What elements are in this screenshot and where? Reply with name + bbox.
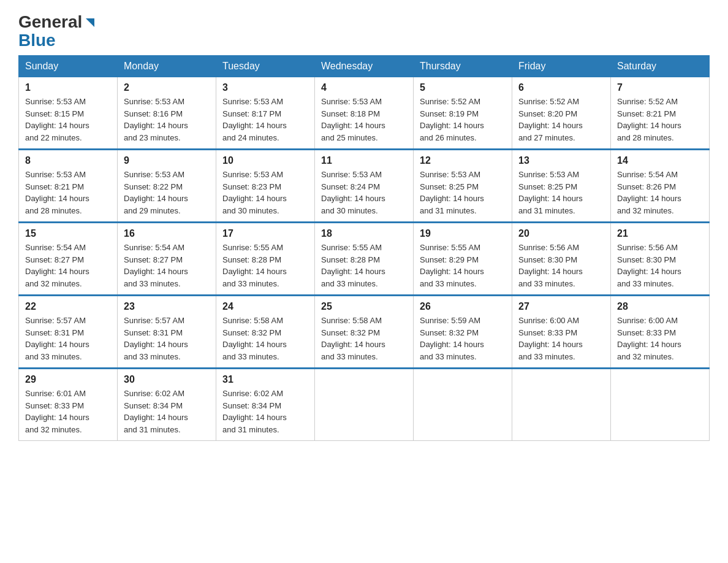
calendar-day-cell: 24Sunrise: 5:58 AMSunset: 8:32 PMDayligh… — [216, 296, 315, 369]
day-info: Sunrise: 5:54 AMSunset: 8:26 PMDaylight:… — [617, 169, 703, 216]
calendar-week-row: 29Sunrise: 6:01 AMSunset: 8:33 PMDayligh… — [19, 369, 710, 441]
day-info: Sunrise: 6:02 AMSunset: 8:34 PMDaylight:… — [124, 388, 210, 435]
calendar-day-cell: 12Sunrise: 5:53 AMSunset: 8:25 PMDayligh… — [414, 150, 512, 223]
day-info: Sunrise: 5:55 AMSunset: 8:28 PMDaylight:… — [222, 242, 308, 289]
day-number: 8 — [25, 155, 111, 166]
day-number: 11 — [321, 155, 407, 166]
day-info: Sunrise: 5:52 AMSunset: 8:19 PMDaylight:… — [420, 96, 506, 144]
calendar-day-cell: 27Sunrise: 6:00 AMSunset: 8:33 PMDayligh… — [512, 296, 611, 369]
weekday-header-thursday: Thursday — [414, 56, 512, 77]
day-info: Sunrise: 5:59 AMSunset: 8:32 PMDaylight:… — [420, 315, 506, 362]
calendar-day-cell: 28Sunrise: 6:00 AMSunset: 8:33 PMDayligh… — [611, 296, 710, 369]
day-info: Sunrise: 5:53 AMSunset: 8:16 PMDaylight:… — [124, 96, 210, 144]
day-number: 14 — [617, 155, 703, 166]
day-number: 3 — [222, 82, 308, 93]
day-info: Sunrise: 5:53 AMSunset: 8:23 PMDaylight:… — [222, 169, 308, 216]
calendar-day-cell: 15Sunrise: 5:54 AMSunset: 8:27 PMDayligh… — [19, 223, 118, 296]
calendar-day-cell: 23Sunrise: 5:57 AMSunset: 8:31 PMDayligh… — [118, 296, 216, 369]
day-number: 22 — [25, 301, 111, 312]
day-info: Sunrise: 5:52 AMSunset: 8:20 PMDaylight:… — [518, 96, 604, 144]
day-number: 26 — [420, 301, 506, 312]
day-info: Sunrise: 5:55 AMSunset: 8:28 PMDaylight:… — [321, 242, 407, 289]
weekday-header-friday: Friday — [512, 56, 611, 77]
day-number: 16 — [124, 228, 210, 239]
calendar-day-cell: 29Sunrise: 6:01 AMSunset: 8:33 PMDayligh… — [19, 369, 118, 441]
day-info: Sunrise: 6:00 AMSunset: 8:33 PMDaylight:… — [518, 315, 604, 362]
day-number: 13 — [518, 155, 604, 166]
day-info: Sunrise: 5:53 AMSunset: 8:25 PMDaylight:… — [420, 169, 506, 216]
weekday-header-monday: Monday — [118, 56, 216, 77]
day-info: Sunrise: 5:53 AMSunset: 8:21 PMDaylight:… — [25, 169, 111, 216]
svg-marker-0 — [86, 18, 94, 27]
calendar-day-cell: 19Sunrise: 5:55 AMSunset: 8:29 PMDayligh… — [414, 223, 512, 296]
day-number: 6 — [518, 82, 604, 93]
day-number: 28 — [617, 301, 703, 312]
day-number: 31 — [222, 374, 308, 385]
day-number: 15 — [25, 228, 111, 239]
day-number: 2 — [124, 82, 210, 93]
day-number: 5 — [420, 82, 506, 93]
calendar-week-row: 22Sunrise: 5:57 AMSunset: 8:31 PMDayligh… — [19, 296, 710, 369]
logo-blue-text: Blue — [18, 32, 97, 49]
day-number: 9 — [124, 155, 210, 166]
day-number: 10 — [222, 155, 308, 166]
calendar-day-cell: 10Sunrise: 5:53 AMSunset: 8:23 PMDayligh… — [216, 150, 315, 223]
calendar-day-cell: 9Sunrise: 5:53 AMSunset: 8:22 PMDaylight… — [118, 150, 216, 223]
page-header: General Blue — [18, 12, 710, 49]
calendar-day-cell: 25Sunrise: 5:58 AMSunset: 8:32 PMDayligh… — [315, 296, 414, 369]
day-number: 29 — [25, 374, 111, 385]
day-info: Sunrise: 6:00 AMSunset: 8:33 PMDaylight:… — [617, 315, 703, 362]
calendar-day-cell: 6Sunrise: 5:52 AMSunset: 8:20 PMDaylight… — [512, 77, 611, 150]
day-number: 23 — [124, 301, 210, 312]
day-info: Sunrise: 6:01 AMSunset: 8:33 PMDaylight:… — [25, 388, 111, 435]
day-number: 27 — [518, 301, 604, 312]
day-number: 4 — [321, 82, 407, 93]
day-info: Sunrise: 5:53 AMSunset: 8:22 PMDaylight:… — [124, 169, 210, 216]
day-number: 21 — [617, 228, 703, 239]
day-info: Sunrise: 5:53 AMSunset: 8:17 PMDaylight:… — [222, 96, 308, 144]
day-number: 24 — [222, 301, 308, 312]
weekday-header-wednesday: Wednesday — [315, 56, 414, 77]
calendar-day-cell: 3Sunrise: 5:53 AMSunset: 8:17 PMDaylight… — [216, 77, 315, 150]
weekday-header-sunday: Sunday — [19, 56, 118, 77]
calendar-day-cell: 22Sunrise: 5:57 AMSunset: 8:31 PMDayligh… — [19, 296, 118, 369]
day-number: 12 — [420, 155, 506, 166]
calendar-day-cell: 7Sunrise: 5:52 AMSunset: 8:21 PMDaylight… — [611, 77, 710, 150]
calendar-day-cell — [414, 369, 512, 441]
day-info: Sunrise: 5:54 AMSunset: 8:27 PMDaylight:… — [25, 242, 111, 289]
calendar-day-cell: 5Sunrise: 5:52 AMSunset: 8:19 PMDaylight… — [414, 77, 512, 150]
logo-arrow-icon — [83, 16, 97, 29]
day-number: 1 — [25, 82, 111, 93]
day-info: Sunrise: 5:53 AMSunset: 8:15 PMDaylight:… — [25, 96, 111, 144]
day-number: 30 — [124, 374, 210, 385]
day-number: 19 — [420, 228, 506, 239]
day-info: Sunrise: 5:53 AMSunset: 8:18 PMDaylight:… — [321, 96, 407, 144]
calendar-day-cell: 20Sunrise: 5:56 AMSunset: 8:30 PMDayligh… — [512, 223, 611, 296]
calendar-day-cell: 11Sunrise: 5:53 AMSunset: 8:24 PMDayligh… — [315, 150, 414, 223]
weekday-header-tuesday: Tuesday — [216, 56, 315, 77]
calendar-week-row: 1Sunrise: 5:53 AMSunset: 8:15 PMDaylight… — [19, 77, 710, 150]
day-info: Sunrise: 5:57 AMSunset: 8:31 PMDaylight:… — [25, 315, 111, 362]
calendar-day-cell — [315, 369, 414, 441]
calendar-day-cell: 14Sunrise: 5:54 AMSunset: 8:26 PMDayligh… — [611, 150, 710, 223]
day-info: Sunrise: 5:53 AMSunset: 8:24 PMDaylight:… — [321, 169, 407, 216]
day-info: Sunrise: 5:58 AMSunset: 8:32 PMDaylight:… — [321, 315, 407, 362]
day-info: Sunrise: 5:57 AMSunset: 8:31 PMDaylight:… — [124, 315, 210, 362]
calendar-day-cell: 4Sunrise: 5:53 AMSunset: 8:18 PMDaylight… — [315, 77, 414, 150]
day-number: 17 — [222, 228, 308, 239]
day-info: Sunrise: 5:53 AMSunset: 8:25 PMDaylight:… — [518, 169, 604, 216]
calendar-day-cell — [512, 369, 611, 441]
calendar-day-cell: 16Sunrise: 5:54 AMSunset: 8:27 PMDayligh… — [118, 223, 216, 296]
day-number: 18 — [321, 228, 407, 239]
day-info: Sunrise: 5:54 AMSunset: 8:27 PMDaylight:… — [124, 242, 210, 289]
calendar-table: SundayMondayTuesdayWednesdayThursdayFrid… — [18, 55, 710, 441]
calendar-day-cell: 13Sunrise: 5:53 AMSunset: 8:25 PMDayligh… — [512, 150, 611, 223]
day-info: Sunrise: 5:56 AMSunset: 8:30 PMDaylight:… — [617, 242, 703, 289]
day-info: Sunrise: 5:52 AMSunset: 8:21 PMDaylight:… — [617, 96, 703, 144]
day-number: 20 — [518, 228, 604, 239]
day-number: 7 — [617, 82, 703, 93]
calendar-day-cell: 18Sunrise: 5:55 AMSunset: 8:28 PMDayligh… — [315, 223, 414, 296]
calendar-week-row: 8Sunrise: 5:53 AMSunset: 8:21 PMDaylight… — [19, 150, 710, 223]
calendar-day-cell: 21Sunrise: 5:56 AMSunset: 8:30 PMDayligh… — [611, 223, 710, 296]
weekday-header-saturday: Saturday — [611, 56, 710, 77]
